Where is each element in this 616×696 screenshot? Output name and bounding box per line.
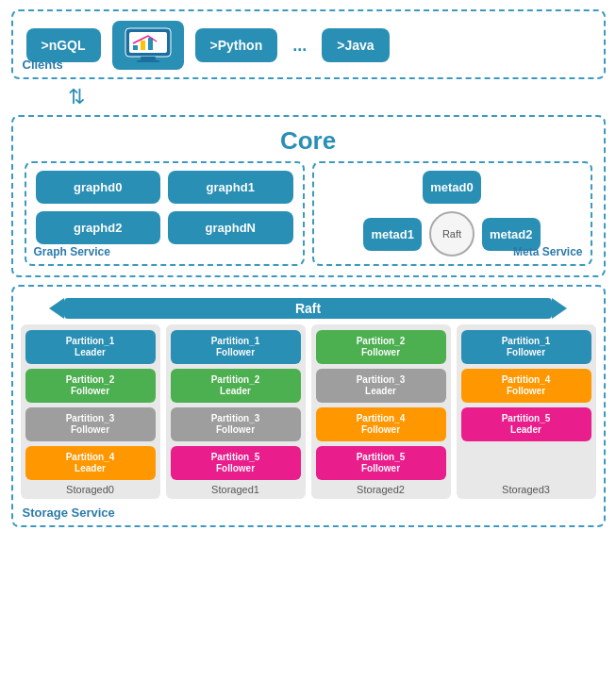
storaged3-col: Partition_1Follower Partition_4Follower … (457, 324, 596, 499)
python-client: >Python (195, 28, 278, 62)
storaged3-label: Storaged3 (502, 484, 550, 495)
storage-grid: Partition_1Leader Partition_2Follower Pa… (21, 324, 596, 499)
graphd2-box: graphd2 (36, 211, 161, 244)
s2-p4-follower: Partition_4Follower (316, 407, 446, 441)
core-inner: graphd0 graphd1 graphd2 graphdN Graph Se… (25, 161, 592, 266)
bidirectional-arrow: ⇅ (68, 87, 85, 108)
graphdN-box: graphdN (168, 211, 293, 244)
storaged2-col: Partition_2Follower Partition_3Leader Pa… (311, 324, 451, 499)
raft-arrow-row: Raft (21, 298, 596, 319)
metad0-box: metad0 (423, 171, 481, 204)
storaged1-label: Storaged1 (211, 484, 259, 495)
dots: ... (292, 36, 307, 56)
double-arrow: ⇅ (68, 87, 85, 108)
s2-p2-follower: Partition_2Follower (316, 330, 446, 364)
arrow-left (49, 298, 64, 319)
s1-p5-follower: Partition_5Follower (171, 446, 301, 480)
monitor-client (112, 21, 184, 70)
meta-row-top: metad0 (324, 171, 581, 204)
arrow-container: ⇅ (11, 87, 606, 108)
s2-p5-follower: Partition_5Follower (316, 446, 446, 480)
raft-label: Raft (64, 298, 552, 319)
s0-p3-follower: Partition_3Follower (25, 407, 156, 441)
s2-p3-leader: Partition_3Leader (316, 369, 446, 403)
svg-rect-2 (133, 45, 138, 50)
s0-p4-leader: Partition_4Leader (25, 446, 156, 480)
arrow-right (552, 298, 567, 319)
s3-p1-follower: Partition_1Follower (461, 330, 591, 364)
s3-p4-follower: Partition_4Follower (461, 369, 591, 403)
s0-p2-follower: Partition_2Follower (25, 369, 156, 403)
clients-row: >nGQL >Python ... >Java (26, 21, 591, 70)
graphd0-box: graphd0 (36, 171, 161, 204)
storaged1-col: Partition_1Follower Partition_2Leader Pa… (166, 324, 306, 499)
metad1-box: metad1 (363, 218, 422, 251)
s3-p5-leader: Partition_5Leader (461, 407, 591, 441)
meta-grid: metad0 metad1 Raft metad2 (324, 171, 581, 257)
meta-service-label: Meta Service (513, 245, 582, 258)
s0-p1-leader: Partition_1Leader (25, 330, 156, 364)
storaged2-label: Storaged2 (357, 484, 405, 495)
storaged0-label: Storaged0 (66, 484, 114, 495)
monitor-icon (124, 26, 173, 64)
s1-p1-follower: Partition_1Follower (171, 330, 301, 364)
clients-section: >nGQL >Python ... >Java (11, 9, 606, 79)
storaged0-col: Partition_1Leader Partition_2Follower Pa… (21, 324, 160, 499)
java-client: >Java (322, 28, 389, 62)
svg-rect-6 (137, 60, 159, 62)
raft-circle: Raft (429, 211, 474, 257)
svg-rect-4 (148, 38, 153, 50)
core-title: Core (25, 126, 592, 156)
storage-section: Raft Partition_1Leader Partition_2Follow… (11, 285, 606, 527)
main-container: >nGQL >Python ... >Java (11, 9, 606, 527)
meta-service: metad0 metad1 Raft metad2 Meta Service (312, 161, 592, 266)
s1-p2-leader: Partition_2Leader (171, 369, 301, 403)
core-section: Core graphd0 graphd1 graphd2 graphdN Gra… (11, 115, 606, 277)
svg-rect-3 (141, 41, 145, 50)
graphd1-box: graphd1 (168, 171, 293, 204)
graph-service-label: Graph Service (34, 245, 110, 258)
clients-label: Clients (23, 58, 63, 72)
storage-service-label: Storage Service (23, 505, 115, 520)
raft-arrow: Raft (49, 298, 567, 319)
s1-p3-follower: Partition_3Follower (171, 407, 301, 441)
graph-grid: graphd0 graphd1 graphd2 graphdN (36, 171, 293, 244)
graph-service: graphd0 graphd1 graphd2 graphdN Graph Se… (25, 161, 305, 266)
svg-rect-5 (141, 57, 156, 60)
